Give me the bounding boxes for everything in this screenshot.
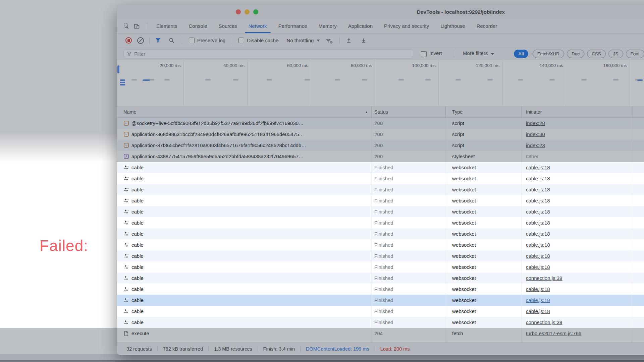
table-row-cable[interactable]: cableFinishedwebsocketcable.js:18 [117,239,644,250]
column-header-type[interactable]: Type [446,106,522,118]
timeline-tick-label: 120,000 ms [456,63,499,68]
initiator-link[interactable]: cable.js:18 [526,253,550,259]
initiator-link[interactable]: cable.js:18 [526,242,550,248]
initiator-link[interactable]: cable.js:18 [526,297,550,303]
filter-input[interactable]: Filter [123,49,413,58]
table-row-cable[interactable]: cableFinishedwebsocketcable.js:18 [117,228,644,239]
initiator-link[interactable]: index:30 [526,131,545,137]
network-conditions-icon[interactable]: ⚙ [325,38,331,44]
column-header-name[interactable]: Name▲ [117,106,372,118]
preserve-log-checkbox[interactable] [189,38,195,43]
websocket-icon [123,298,129,303]
device-toolbar-icon[interactable] [133,23,140,29]
initiator-link[interactable]: connection.js:39 [526,275,562,281]
timeline-gridline [566,60,566,106]
request-type: websocket [446,250,522,261]
panel-tabs: ElementsConsoleSourcesNetworkPerformance… [151,19,503,33]
filter-chip-all[interactable]: All [514,50,528,58]
timeline-request-dash [487,79,493,80]
table-row-cable[interactable]: cableFinishedwebsocketconnection.js:39 [117,273,644,284]
timeline-gridline [375,60,375,106]
table-row-cable[interactable]: cableFinishedwebsocketcable.js:18 [117,217,644,228]
table-row-cable[interactable]: cableFinishedwebsocketcable.js:18 [117,306,644,317]
tab-privacy-and-security[interactable]: Privacy and security [378,19,435,33]
initiator-link[interactable]: cable.js:18 [526,198,550,203]
timeline-request-dash [205,79,211,80]
sort-ascending-icon[interactable]: ▲ [365,106,368,118]
initiator-link[interactable]: cable.js:18 [526,187,550,192]
request-name: cable [131,295,144,306]
column-header-status[interactable]: Status [372,106,446,118]
column-header-initiator[interactable]: Initiator [522,106,633,118]
timeline-tick-label: 40,000 ms [201,63,245,68]
filter-chip-fetch-xhr[interactable]: Fetch/XHR [533,50,564,58]
initiator-link[interactable]: cable.js:18 [526,286,550,292]
import-har-icon[interactable] [346,38,352,44]
table-row-cable[interactable]: cableFinishedwebsocketcable.js:18 [117,261,644,273]
table-row-application-[interactable]: ‹›application-37f365cbecf1fa2810a8303f4b… [117,140,644,151]
overview-left-handle[interactable] [117,65,119,73]
table-row-execute[interactable]: execute204fetchturbo.es2017-esm.js:766 [117,328,644,339]
tab-recorder[interactable]: Recorder [471,19,503,33]
more-filters-dropdown[interactable]: More filters [463,50,494,56]
table-row-cable[interactable]: cableFinishedwebsocketcable.js:18 [117,284,644,295]
table-row-cable[interactable]: cableFinishedwebsocketcable.js:18 [117,173,644,184]
request-type: websocket [446,284,522,295]
request-name: cable [131,284,144,295]
timeline-request-dash-blue [637,79,643,81]
initiator-link[interactable]: cable.js:18 [526,308,550,314]
export-har-icon[interactable] [361,38,367,44]
filter-chip-font[interactable]: Font [626,50,644,58]
search-icon[interactable] [168,38,174,44]
initiator-link[interactable]: index:28 [526,120,545,126]
table-row-cable[interactable]: cableFinishedwebsocketcable.js:18 [117,195,644,206]
tab-elements[interactable]: Elements [151,19,183,33]
filter-chip-js[interactable]: JS [608,50,623,58]
filter-chip-css[interactable]: CSS [587,50,606,58]
script-icon: ‹› [123,121,129,126]
initiator-link[interactable]: cable.js:18 [526,209,550,215]
initiator-link[interactable]: turbo.es2017-esm.js:766 [526,330,581,336]
invert-checkbox[interactable] [421,51,427,57]
initiator-link[interactable]: cable.js:18 [526,264,550,270]
table-row-application-[interactable]: application-43887754157959f86e59d5a52d2b… [117,151,644,162]
tab-sources[interactable]: Sources [213,19,243,33]
websocket-icon [123,176,129,181]
tab-console[interactable]: Console [183,19,213,33]
disable-cache-checkbox[interactable] [238,38,244,43]
status-stat-32-requests: 32 requests [121,346,157,352]
record-network-log-icon[interactable] [125,37,132,44]
tab-performance[interactable]: Performance [273,19,313,33]
filterbar-divider [454,50,454,58]
initiator-link[interactable]: cable.js:18 [526,220,550,226]
initiator-link[interactable]: index:23 [526,142,545,148]
tab-application[interactable]: Application [342,19,378,33]
request-status: Finished [372,162,446,173]
initiator-link[interactable]: connection.js:39 [526,319,562,325]
table-row-cable[interactable]: cableFinishedwebsocketcable.js:18 [117,250,644,261]
filter-toggle-icon[interactable] [155,38,161,44]
script-icon: ‹› [123,132,129,137]
table-row-cable[interactable]: cableFinishedwebsocketcable.js:18 [117,162,644,173]
tab-memory[interactable]: Memory [313,19,342,33]
throttling-select[interactable]: No throttling [286,38,314,43]
table-row--socketry-l[interactable]: ‹›@socketry--live-5cfdbc9083f912d35b92f5… [117,118,644,129]
table-row-cable[interactable]: cableFinishedwebsocketconnection.js:39 [117,317,644,328]
initiator-link[interactable]: cable.js:18 [526,165,550,170]
filter-chip-doc[interactable]: Doc [567,50,584,58]
tab-lighthouse[interactable]: Lighthouse [435,19,471,33]
table-row-application-[interactable]: ‹›application-368d98631bccbf2349e0d4f826… [117,129,644,140]
table-row-cable[interactable]: cableFinishedwebsocketcable.js:18 [117,184,644,195]
table-row-cable[interactable]: cableFinishedwebsocketcable.js:18 [117,206,644,217]
chevron-down-icon[interactable] [317,40,320,42]
clear-network-log-icon[interactable] [137,37,144,44]
table-row-cable[interactable]: cableFinishedwebsocketcable.js:18 [117,295,644,306]
inspect-element-icon[interactable] [123,23,129,29]
network-overview-timeline[interactable]: 20,000 ms40,000 ms60,000 ms80,000 ms100,… [117,60,644,106]
toolbar-divider [149,37,150,44]
timeline-request-dash [613,79,619,80]
tab-network[interactable]: Network [243,19,273,33]
request-name: cable [131,273,144,284]
initiator-link[interactable]: cable.js:18 [526,176,550,181]
initiator-link[interactable]: cable.js:18 [526,231,550,237]
